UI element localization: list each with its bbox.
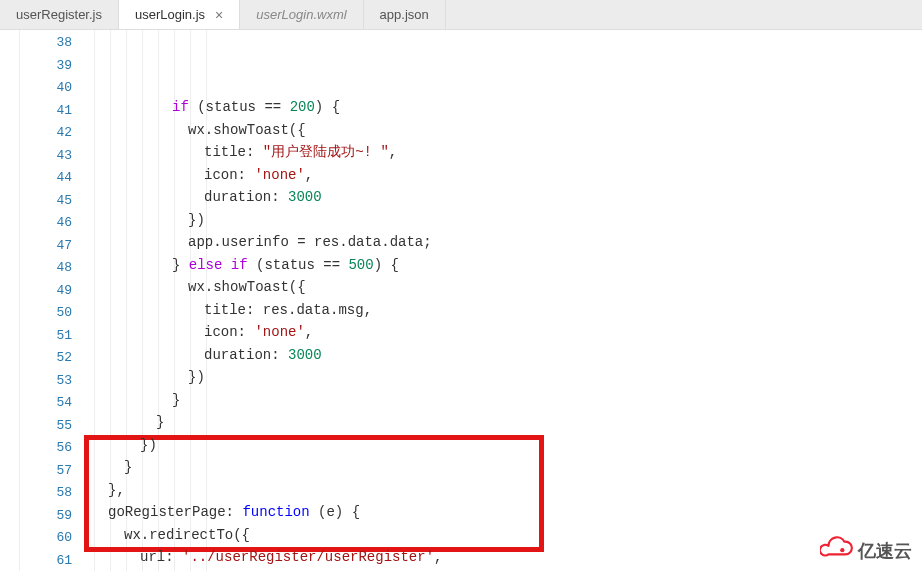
line-number: 48 [20, 257, 72, 280]
code-line[interactable]: url: '../userRegister/userRegister', [82, 546, 922, 569]
line-number: 43 [20, 145, 72, 168]
code-line[interactable]: if (status == 200) { [82, 96, 922, 119]
tab-appjson[interactable]: app.json [364, 0, 446, 29]
tab-userlogin[interactable]: userLogin.js × [119, 0, 240, 29]
code-line[interactable]: title: res.data.msg, [82, 299, 922, 322]
line-number: 49 [20, 280, 72, 303]
tab-label: app.json [380, 7, 429, 22]
code-line[interactable]: } [82, 389, 922, 412]
line-number: 42 [20, 122, 72, 145]
code-line[interactable]: duration: 3000 [82, 344, 922, 367]
code-line[interactable]: } [82, 456, 922, 479]
tab-label: userRegister.js [16, 7, 102, 22]
line-number: 39 [20, 55, 72, 78]
line-number: 45 [20, 190, 72, 213]
tab-label: userLogin.wxml [256, 7, 346, 22]
margin [0, 30, 20, 571]
line-number: 55 [20, 415, 72, 438]
editor: 3839404142434445464748495051525354555657… [0, 30, 922, 571]
line-number: 44 [20, 167, 72, 190]
code-line[interactable]: }) [82, 366, 922, 389]
logo: 亿速云 [820, 536, 912, 565]
code-line[interactable]: icon: 'none', [82, 321, 922, 344]
tab-userlogin-wxml[interactable]: userLogin.wxml [240, 0, 363, 29]
tab-label: userLogin.js [135, 7, 205, 22]
line-number: 53 [20, 370, 72, 393]
line-number: 47 [20, 235, 72, 258]
line-number: 56 [20, 437, 72, 460]
line-number: 41 [20, 100, 72, 123]
logo-text: 亿速云 [858, 539, 912, 563]
close-icon[interactable]: × [215, 8, 223, 22]
line-number: 52 [20, 347, 72, 370]
line-number: 60 [20, 527, 72, 550]
code-line[interactable]: duration: 3000 [82, 186, 922, 209]
code-area[interactable]: if (status == 200) {wx.showToast({title:… [82, 30, 922, 571]
line-number: 54 [20, 392, 72, 415]
code-line[interactable]: icon: 'none', [82, 164, 922, 187]
tab-bar: userRegister.js userLogin.js × userLogin… [0, 0, 922, 30]
cloud-icon [820, 536, 854, 565]
line-number: 40 [20, 77, 72, 100]
line-number: 51 [20, 325, 72, 348]
line-number: 59 [20, 505, 72, 528]
code-line[interactable]: app.userinfo = res.data.data; [82, 231, 922, 254]
line-number: 46 [20, 212, 72, 235]
code-line[interactable]: } [82, 411, 922, 434]
code-line[interactable]: wx.showToast({ [82, 119, 922, 142]
line-number-gutter: 3839404142434445464748495051525354555657… [20, 30, 82, 571]
line-number: 50 [20, 302, 72, 325]
code-line[interactable]: goRegisterPage: function (e) { [82, 501, 922, 524]
line-number: 61 [20, 550, 72, 572]
line-number: 38 [20, 32, 72, 55]
code-line[interactable]: wx.redirectTo({ [82, 524, 922, 547]
code-line[interactable]: }, [82, 479, 922, 502]
svg-point-0 [840, 548, 844, 552]
code-line[interactable]: }) [82, 434, 922, 457]
code-line[interactable]: wx.showToast({ [82, 276, 922, 299]
code-line[interactable]: } else if (status == 500) { [82, 254, 922, 277]
line-number: 58 [20, 482, 72, 505]
tab-userregister[interactable]: userRegister.js [0, 0, 119, 29]
line-number: 57 [20, 460, 72, 483]
code-line[interactable]: title: "用户登陆成功~! ", [82, 141, 922, 164]
code-line[interactable]: }) [82, 209, 922, 232]
